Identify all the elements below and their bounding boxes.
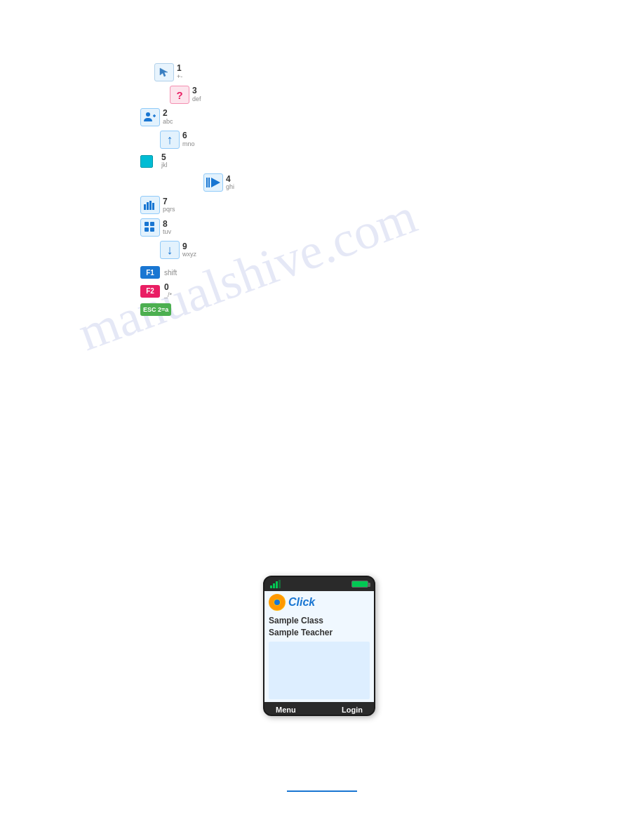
svg-rect-7	[149, 201, 152, 210]
icon-row-9: ↓ 9 wxyz	[160, 241, 234, 259]
play-icon	[203, 173, 223, 192]
f1-icon: F1	[140, 266, 160, 279]
svg-point-1	[146, 112, 150, 117]
phone-content-area	[269, 642, 370, 699]
grid-icon	[140, 218, 160, 237]
svg-point-19	[275, 600, 279, 604]
bars-icon	[140, 196, 160, 214]
click-logo-text: Click	[288, 596, 315, 609]
icon-row-5: 5 jkl	[140, 153, 234, 169]
svg-point-17	[269, 595, 285, 610]
icon-row-6: ↑ 6 mno	[160, 131, 234, 149]
phone-screen: Click Sample Class Sample Teacher	[264, 591, 374, 702]
menu-button[interactable]: Menu	[276, 706, 296, 714]
svg-rect-12	[150, 227, 154, 232]
svg-rect-15	[276, 581, 278, 588]
battery-icon	[351, 581, 368, 588]
f2-icon: F2	[140, 285, 160, 298]
esc-icon: ESC 2=a	[140, 303, 171, 316]
svg-point-18	[274, 599, 281, 606]
arrow-up-icon: ↑	[160, 131, 180, 149]
svg-rect-8	[152, 203, 154, 210]
arrow-down-icon: ↓	[160, 241, 180, 259]
svg-rect-5	[144, 204, 146, 210]
svg-rect-2	[206, 178, 208, 187]
icons-area: 1 +- ? 3 def 2 abc ↑ 6 mno	[140, 63, 234, 316]
icon-row-7: 7 pqrs	[140, 196, 234, 214]
svg-rect-16	[279, 580, 281, 588]
svg-marker-4	[211, 178, 220, 187]
square-icon	[140, 155, 153, 168]
icon-row-f1: F1 shift	[140, 266, 234, 279]
watermark: manualshive.com	[71, 187, 424, 363]
icon-row-2: 2 abc	[140, 108, 234, 126]
icon-row-8: 8 tuv	[140, 218, 234, 237]
icon-row-4: 4 ghi	[203, 173, 234, 192]
svg-rect-11	[145, 227, 149, 232]
phone-logo-area: Click	[269, 594, 370, 611]
login-button[interactable]: Login	[342, 706, 363, 714]
svg-marker-0	[160, 68, 168, 77]
svg-rect-13	[270, 585, 272, 588]
click-logo-icon	[269, 594, 286, 611]
icon-row-1: 1 +-	[154, 63, 234, 81]
svg-rect-6	[147, 202, 149, 210]
svg-rect-14	[273, 583, 275, 588]
phone-mockup: Click Sample Class Sample Teacher Menu L…	[263, 576, 375, 716]
icon-row-3: ? 3 def	[170, 86, 234, 104]
icon-row-f2: F2 0 _/*	[140, 283, 234, 299]
class-name: Sample Class	[269, 615, 370, 627]
svg-rect-10	[150, 222, 154, 226]
person-icon	[140, 108, 160, 126]
signal-icon	[270, 580, 284, 588]
svg-rect-3	[208, 178, 210, 187]
bottom-link[interactable]	[287, 790, 357, 792]
svg-rect-9	[145, 222, 149, 226]
teacher-name: Sample Teacher	[269, 627, 370, 639]
question-icon: ?	[170, 86, 189, 104]
cursor-icon	[154, 63, 174, 81]
phone-class-info: Sample Class Sample Teacher	[269, 615, 370, 639]
icon-row-esc: ESC 2=a	[140, 303, 234, 316]
phone-status-bar	[264, 577, 374, 591]
phone-bottom-bar: Menu Login	[264, 702, 374, 716]
